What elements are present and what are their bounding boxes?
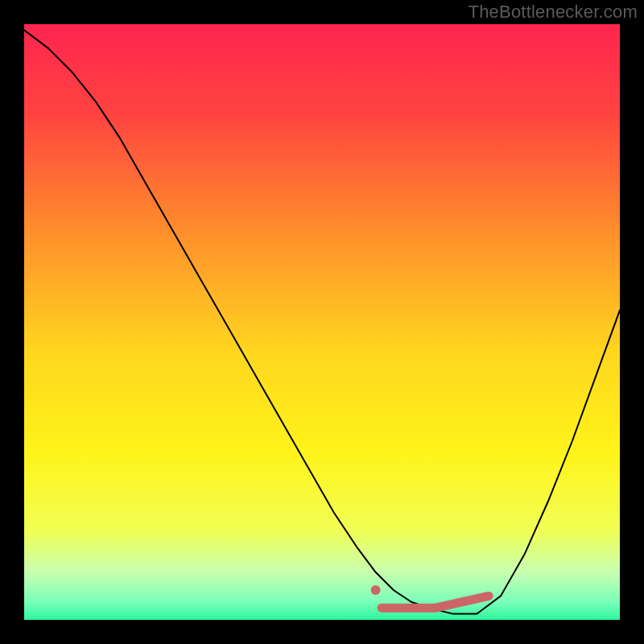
- chart-plot-area: [24, 24, 620, 620]
- chart-svg: [24, 24, 620, 620]
- watermark-text: TheBottlenecker.com: [469, 2, 638, 23]
- chart-background-gradient: [24, 24, 620, 620]
- optimal-point-marker: [371, 585, 381, 595]
